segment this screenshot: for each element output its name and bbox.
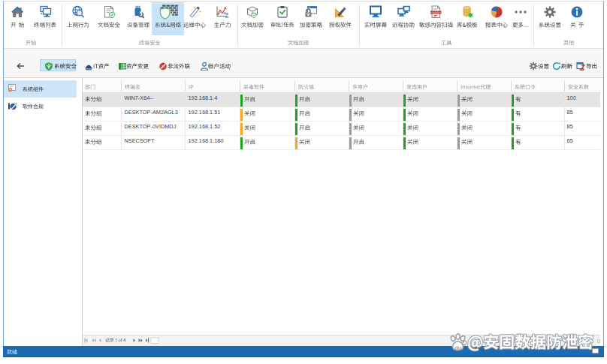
svg-text:du: du — [454, 344, 462, 351]
